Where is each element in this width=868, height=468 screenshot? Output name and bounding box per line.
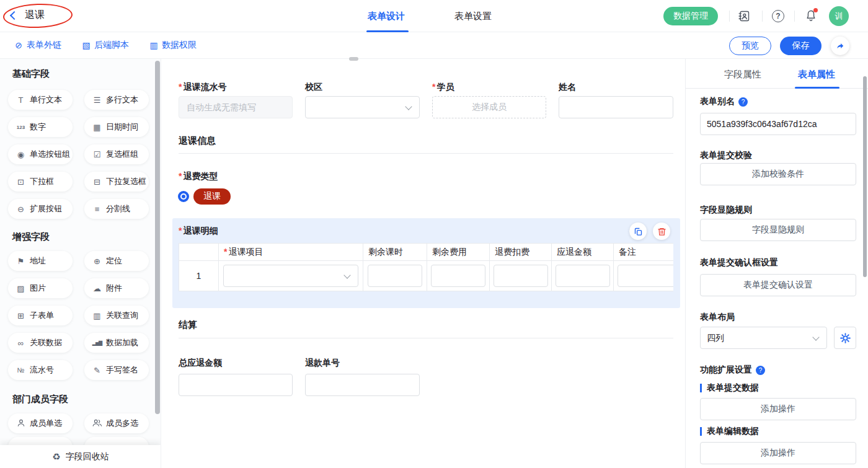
avatar[interactable]: 训 (829, 6, 849, 26)
script-icon: ▧ (81, 40, 91, 50)
field-type-multi-dropdown[interactable]: ⊟下拉复选框 (84, 172, 149, 192)
layout-label: 表单布局 (700, 312, 735, 323)
external-link-button[interactable]: ⊘ 表单外链 (14, 40, 61, 51)
field-recycle-bin[interactable]: ♻ 字段回收站 (0, 445, 161, 468)
chevron-down-icon (343, 272, 350, 278)
campus-select[interactable] (305, 96, 420, 118)
tab-form-design[interactable]: 表单设计 (368, 11, 405, 22)
tab-form-properties[interactable]: 表单属性 (798, 69, 835, 81)
notification-dot (813, 8, 818, 12)
field-type-radio-group[interactable]: ◉单选按钮组 (8, 144, 73, 164)
field-type-checkbox-group[interactable]: ☑复选框组 (84, 144, 149, 164)
extension-label: 功能扩展设置 ? (700, 364, 765, 376)
field-type-signature[interactable]: ✎手写签名 (84, 360, 149, 380)
tab-field-properties[interactable]: 字段属性 (724, 69, 761, 81)
tab-form-settings[interactable]: 表单设置 (454, 11, 492, 22)
share-button[interactable] (831, 37, 849, 55)
preview-button[interactable]: 预览 (729, 37, 771, 55)
layout-settings-button[interactable] (834, 327, 856, 349)
edit-data-add-button[interactable]: 添加操作 (700, 442, 856, 464)
save-button[interactable]: 保存 (780, 37, 822, 55)
panel-scrollbar-thumb[interactable] (863, 76, 867, 277)
serial-input[interactable] (179, 96, 293, 118)
data-permission-button[interactable]: ▥ 数据权限 (149, 40, 197, 51)
field-type-divider-line[interactable]: ≡分割线 (84, 199, 149, 219)
subtable-field-selected[interactable]: *退课明细 *退课项目 剩余课时 剩余费用 退费扣费 应退金额 备注 1 (172, 218, 680, 308)
properties-panel: 字段属性 表单属性 表单别名 ? 表单提交校验 添加校验条件 字段显隐规则 字段… (685, 59, 868, 468)
refund-no-input[interactable] (305, 374, 420, 396)
recycle-icon: ♻ (52, 451, 60, 462)
backend-script-button[interactable]: ▧ 后端脚本 (81, 40, 129, 51)
form-toolbar: ⊘ 表单外链 ▧ 后端脚本 ▥ 数据权限 预览 保存 (0, 32, 868, 59)
subform-icon: ⊞ (16, 311, 26, 320)
field-type-linked-data[interactable]: ∞关联数据 (8, 333, 73, 353)
back-chevron-icon[interactable] (10, 11, 19, 19)
field-type-image[interactable]: ▨图片 (8, 278, 73, 298)
divider (762, 11, 763, 22)
trash-icon (657, 227, 666, 236)
delete-field-button[interactable] (653, 223, 670, 240)
back-nav[interactable]: 退课 (11, 9, 45, 22)
field-type-member-multi[interactable]: 成员多选 (84, 413, 149, 433)
refund-type-option-badge[interactable]: 退课 (193, 188, 231, 205)
add-validation-button[interactable]: 添加校验条件 (700, 163, 856, 185)
checkbox-icon: ☑ (92, 150, 102, 159)
project-select[interactable] (223, 265, 358, 287)
copy-field-button[interactable] (629, 223, 647, 240)
field-type-address[interactable]: ⚑地址 (8, 251, 73, 271)
address-pin-icon: ⚑ (16, 257, 26, 266)
submit-confirm-button[interactable]: 表单提交确认设置 (700, 274, 856, 296)
help-icon[interactable]: ? (772, 10, 784, 22)
total-refund-input[interactable] (179, 374, 293, 396)
field-type-member-single[interactable]: 成员单选 (8, 413, 73, 433)
subtable-header-remaining-hours: 剩余课时 (363, 244, 427, 261)
field-type-extend-button[interactable]: ⊖扩展按钮 (8, 199, 73, 219)
people-icon (92, 418, 102, 429)
field-label-student: *学员 (432, 82, 454, 93)
name-input[interactable] (559, 96, 673, 118)
divider (729, 11, 730, 22)
section-title-member: 部门成员字段 (12, 394, 68, 405)
number-icon: 123 (16, 125, 26, 130)
field-label-refund-type: *退费类型 (179, 171, 218, 182)
refund-amount-input[interactable] (556, 265, 610, 287)
scrollbar-thumb[interactable] (349, 57, 358, 61)
field-type-attachment[interactable]: ☁附件 (84, 278, 149, 298)
section-divider (179, 338, 673, 338)
member-picker[interactable]: 选择成员 (432, 96, 546, 118)
field-type-number[interactable]: 123数字 (8, 117, 73, 137)
field-type-dropdown[interactable]: ⊡下拉框 (8, 172, 73, 192)
field-type-datetime[interactable]: ▦日期时间 (84, 117, 149, 137)
section-title-basic: 基础字段 (12, 68, 50, 80)
field-type-data-load[interactable]: ▂▅▇数据加载 (84, 333, 149, 353)
person-icon (16, 418, 26, 429)
sidebar-scrollbar-thumb[interactable] (155, 61, 160, 414)
field-type-subform[interactable]: ⊞子表单 (8, 306, 73, 325)
field-type-single-line-text[interactable]: T单行文本 (8, 90, 73, 110)
help-icon[interactable]: ? (738, 97, 748, 107)
remaining-hours-input[interactable] (368, 265, 422, 287)
layout-select[interactable]: 四列 (700, 327, 827, 349)
refund-type-radio-selected[interactable] (178, 191, 189, 202)
remaining-fee-input[interactable] (431, 265, 485, 287)
remark-input[interactable] (618, 265, 673, 287)
help-icon[interactable]: ? (756, 366, 765, 375)
field-type-serial-number[interactable]: №流水号 (8, 360, 73, 380)
contacts-icon[interactable] (738, 10, 750, 22)
submit-data-add-button[interactable]: 添加操作 (700, 398, 856, 420)
share-arrow-icon (836, 42, 844, 50)
image-icon: ▨ (16, 284, 26, 293)
subtable-header-deduction: 退费扣费 (490, 244, 552, 261)
permission-icon: ▥ (149, 40, 159, 50)
panel-tabs: 字段属性 表单属性 (686, 59, 868, 89)
data-manage-button[interactable]: 数据管理 (663, 7, 718, 25)
field-type-locate[interactable]: ⊕定位 (84, 251, 149, 271)
visibility-rules-button[interactable]: 字段显隐规则 (700, 219, 856, 241)
alias-input[interactable] (700, 113, 856, 135)
field-type-linked-query[interactable]: ▥关联查询 (84, 306, 149, 325)
linked-query-icon: ▥ (92, 311, 102, 320)
field-type-multi-line-text[interactable]: ☰多行文本 (84, 90, 149, 110)
subtable-header-remaining-fee: 剩余费用 (427, 244, 490, 261)
deduction-input[interactable] (494, 265, 548, 287)
active-tab-underline (795, 87, 839, 89)
